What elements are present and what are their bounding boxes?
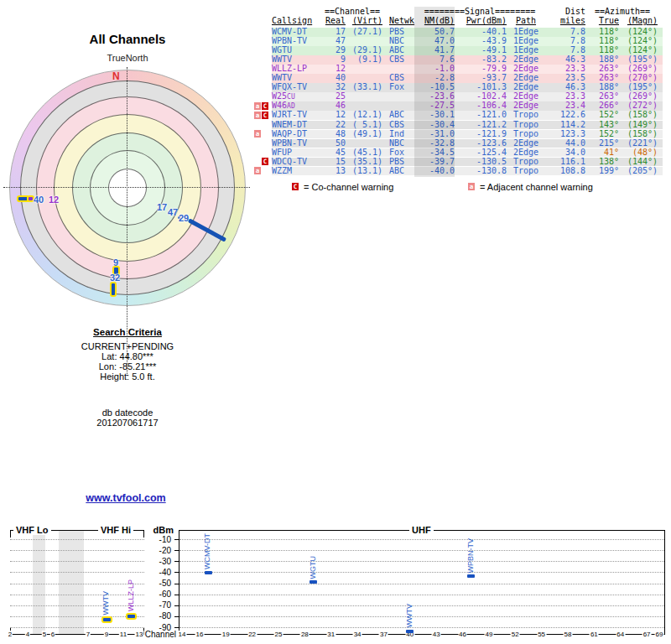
cell-azimuth-true: 41° — [585, 148, 619, 158]
cell-real: 29 — [322, 46, 346, 55]
cell-callsign: WFQX-TV — [272, 83, 322, 92]
cell-real: 13 — [322, 167, 346, 176]
table-row: WJRT-TV12(12.1)ABC-30.1-121.0Tropo122.61… — [272, 111, 663, 120]
uhf-channel-tick: 58 — [564, 631, 573, 638]
adjacent-channel-warning-badge: a — [254, 102, 261, 110]
cell-pwr: -106.4 — [455, 101, 507, 111]
dbm-gridline — [179, 561, 664, 562]
signal-marker — [101, 616, 112, 623]
dbm-gridline — [10, 550, 144, 551]
cell-virt — [346, 37, 382, 46]
cell-azimuth-magn: (158°) — [619, 130, 659, 139]
dbm-gridline — [10, 595, 144, 595]
co-channel-warning-badge: C — [262, 158, 268, 165]
cell-azimuth-true: 118° — [585, 46, 619, 55]
cell-miles: 7.8 — [545, 28, 585, 37]
cell-virt: (12.1) — [346, 111, 382, 120]
cell-real: 12 — [322, 111, 346, 120]
radar-title: All Channels — [27, 32, 228, 46]
cell-netwk — [382, 101, 414, 111]
vhf-channel-tick: 2 — [8, 631, 13, 638]
signal-marker — [467, 574, 475, 578]
dbm-tick-mark — [174, 584, 179, 584]
tvfool-link[interactable]: www.tvfool.com — [86, 492, 165, 504]
search-criteria: Search Criteria CURRENT+PENDING Lat: 44.… — [27, 327, 228, 382]
signal-marker-label: WWTV — [405, 604, 414, 628]
cell-real: 12 — [322, 65, 346, 74]
dbm-gridline — [179, 605, 664, 606]
table-row: WLLZ-LP12-1.0-79.92Edge23.3263°(269°) — [272, 65, 663, 74]
cell-azimuth-true: 118° — [585, 28, 619, 37]
cell-azimuth-magn: (270°) — [619, 74, 659, 83]
cell-pwr: -130.5 — [455, 158, 507, 167]
uhf-channel-tick: 46 — [458, 631, 467, 638]
cell-path: 2Edge — [507, 139, 545, 148]
dbm-gridline — [10, 539, 144, 540]
adjacent-channel-warning-badge: a — [254, 112, 261, 119]
cell-real: 9 — [322, 55, 346, 65]
cell-nm: 50.7 — [414, 28, 455, 37]
co-channel-warning-badge: C — [262, 102, 268, 110]
cell-nm: -10.5 — [414, 83, 455, 92]
cell-path: Tropo — [507, 130, 545, 139]
col-netwk: Netwk — [382, 17, 414, 26]
cell-azimuth-true: 143° — [585, 121, 619, 130]
dbm-tick-label: -80 — [149, 611, 171, 621]
vhf-channel-tick: 13 — [135, 631, 144, 638]
cell-callsign: WLLZ-LP — [272, 65, 322, 74]
cell-pwr: -121.9 — [455, 130, 507, 139]
table-row: WWTV9(9.1)CBS7.6-83.22Edge46.3188°(195°) — [272, 55, 663, 65]
north-marker: N — [112, 70, 120, 82]
dbm-tick-label: -90 — [149, 623, 171, 632]
uhf-channel-tick: 22 — [247, 631, 257, 638]
cell-real: 46 — [322, 101, 346, 111]
dbm-tick-mark — [174, 595, 179, 595]
col-true: True — [585, 17, 619, 26]
cell-virt: (13.1) — [346, 167, 382, 176]
spectrum-gap-band — [33, 531, 45, 634]
cell-path: Tropo — [507, 121, 545, 130]
cell-nm: -30.4 — [414, 121, 455, 130]
dbm-tick-mark — [174, 572, 179, 573]
cell-azimuth-true: 152° — [585, 111, 619, 120]
cell-virt: (29.1) — [346, 46, 382, 55]
uhf-channel-tick: 37 — [379, 631, 388, 638]
cell-miles: 23.4 — [545, 101, 585, 111]
cell-virt: (33.1) — [346, 83, 382, 92]
cell-path: 2Edge — [507, 74, 545, 83]
cell-pwr: -40.1 — [455, 28, 507, 37]
table-row: WCMV-DT17(27.1)PBS50.7-40.11Edge7.8118°(… — [272, 28, 663, 37]
cell-miles: 46.3 — [545, 83, 585, 92]
dbm-gridline — [10, 572, 144, 573]
table-group-header: ==Channel== ========Signal======== Dist … — [272, 8, 663, 17]
radar-channel-label: 47 — [168, 207, 178, 217]
signal-marker — [406, 630, 414, 633]
signal-marker-label: WLLZ-LP — [127, 579, 135, 611]
uhf-channel-tick: 61 — [590, 631, 599, 638]
cell-callsign: WFUP — [272, 148, 322, 158]
dbm-tick-mark — [174, 561, 179, 562]
cell-azimuth-true: 199° — [585, 167, 619, 176]
cell-callsign: WWTV — [272, 55, 322, 65]
cell-callsign: WPBN-TV — [272, 139, 322, 148]
search-line: Lon: -85.21*** — [27, 361, 228, 371]
uhf-channel-tick: 25 — [274, 631, 283, 638]
cell-path: 1Edge — [507, 46, 545, 55]
cell-azimuth-true: 263° — [585, 74, 619, 83]
cell-path: Tropo — [507, 111, 545, 120]
search-line: Lat: 44.80*** — [27, 351, 228, 361]
cell-azimuth-magn: (48°) — [619, 148, 659, 158]
site-link-wrap: www.tvfool.com — [25, 492, 226, 504]
signal-group-header: ========Signal======== — [414, 8, 545, 17]
uhf-channel-tick: 49 — [484, 631, 493, 638]
cell-azimuth-magn: (269°) — [619, 65, 659, 74]
cell-path: Tropo — [507, 167, 545, 176]
cell-virt — [346, 101, 382, 111]
cell-callsign: WWTV — [272, 74, 322, 83]
cell-nm: -2.8 — [414, 74, 455, 83]
cell-nm: -34.5 — [414, 148, 455, 158]
vhf-channel-tick: 7 — [86, 631, 91, 638]
uhf-channel-tick: 67 — [642, 631, 652, 638]
cell-netwk: Fox — [382, 148, 414, 158]
cell-pwr: -49.1 — [455, 46, 507, 55]
